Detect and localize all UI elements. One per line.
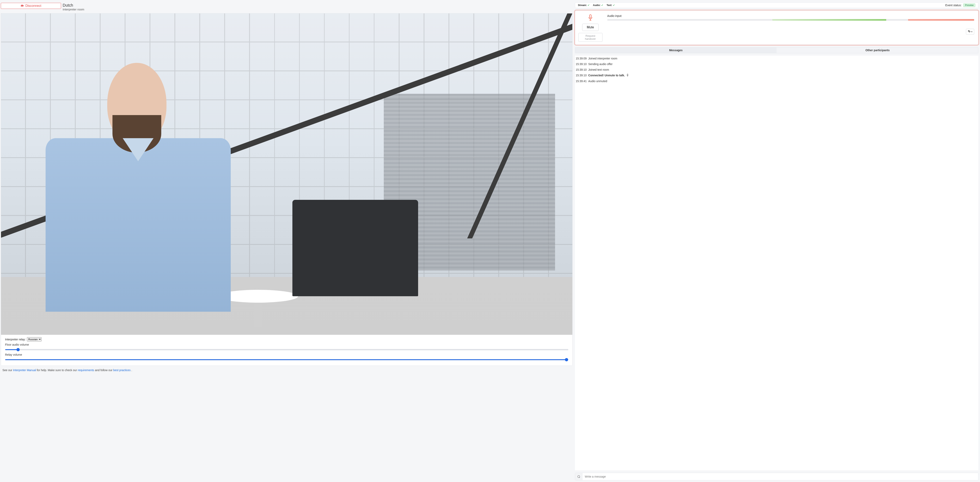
- request-handover-button[interactable]: Request handover: [578, 33, 603, 42]
- gear-icon: [968, 30, 970, 33]
- compose-bar: [575, 473, 978, 480]
- video-scene-placeholder: [1, 13, 572, 335]
- language-title: Dutch: [63, 3, 84, 8]
- audio-input-meter: [607, 19, 974, 21]
- message-text: Audio unmuted: [588, 80, 607, 83]
- message-timestamp: 15:39:09: [576, 57, 587, 60]
- tabs: Messages Other participants: [575, 47, 978, 53]
- check-icon: ✓: [601, 4, 603, 6]
- link-requirements[interactable]: requirements: [78, 369, 94, 372]
- cloud-disconnect-icon: [21, 4, 24, 8]
- status-audio: Audio:✓: [593, 4, 603, 6]
- relay-label: Interpreter relay:: [5, 338, 26, 341]
- relay-volume-label: Relay volume: [5, 353, 568, 356]
- message-timestamp: 15:39:10: [576, 62, 587, 66]
- video-stream[interactable]: [1, 13, 572, 335]
- tab-messages[interactable]: Messages: [575, 48, 777, 53]
- message-row: 15:39:41Audio unmuted: [575, 78, 978, 84]
- relay-row: Interpreter relay: Russian: [5, 337, 568, 341]
- message-text: Sending audio offer: [588, 62, 612, 66]
- message-timestamp: 15:39:10: [576, 68, 587, 71]
- message-row: 15:39:10Sending audio offer: [575, 61, 978, 67]
- disconnect-label: Disconnect: [25, 4, 41, 8]
- svg-rect-0: [590, 15, 591, 18]
- tab-other-participants[interactable]: Other participants: [776, 48, 978, 53]
- audio-input-label: Audio input:: [607, 14, 974, 17]
- microphone-icon: [588, 14, 593, 22]
- microphone-icon: [626, 74, 629, 77]
- status-text: Text:✓: [606, 4, 615, 6]
- messages-pane: 15:39:09Joined interpreter room15:39:10S…: [575, 56, 978, 470]
- help-text: See our Interpreter Manual for help. Mak…: [1, 368, 573, 372]
- check-icon: ✓: [588, 4, 590, 6]
- message-row: 15:39:09Joined interpreter room: [575, 56, 978, 61]
- message-text: Connected! Unmute to talk.: [588, 74, 625, 77]
- message-timestamp: 15:39:10: [576, 74, 587, 77]
- page-title: Dutch Interpreter room: [63, 3, 84, 11]
- check-icon: ✓: [613, 4, 615, 6]
- event-status-label: Event status:: [945, 4, 961, 7]
- message-text: Joined text room: [588, 68, 609, 71]
- message-timestamp: 15:39:41: [576, 80, 587, 83]
- relay-select[interactable]: Russian: [27, 337, 41, 341]
- audio-settings-button[interactable]: ▾: [966, 29, 974, 35]
- link-interpreter-manual[interactable]: Interpreter Manual: [13, 369, 36, 372]
- message-row: 15:39:10Connected! Unmute to talk.: [575, 73, 978, 78]
- status-bar: Stream:✓ Audio:✓ Text:✓ Event status: Pr…: [575, 2, 978, 8]
- message-input[interactable]: [582, 473, 978, 480]
- floor-volume-label: Floor audio volume: [5, 343, 568, 346]
- floor-volume-slider[interactable]: [5, 348, 568, 352]
- svg-rect-3: [627, 74, 628, 75]
- status-badge-preview: Preview: [963, 3, 975, 7]
- disconnect-button[interactable]: Disconnect: [1, 3, 61, 9]
- audio-panel: Mute Request handover Audio input: ▾: [575, 10, 978, 45]
- relay-volume-slider[interactable]: [5, 358, 568, 361]
- chat-icon[interactable]: [575, 473, 582, 480]
- status-stream: Stream:✓: [578, 4, 590, 6]
- video-card: Interpreter relay: Russian Floor audio v…: [1, 13, 573, 366]
- chevron-down-icon: ▾: [971, 31, 972, 33]
- room-subtitle: Interpreter room: [63, 8, 84, 11]
- message-row: 15:39:10Joined text room: [575, 67, 978, 73]
- link-best-practices[interactable]: best practices: [113, 369, 130, 372]
- message-text: Joined interpreter room: [588, 57, 617, 60]
- mute-button[interactable]: Mute: [582, 24, 599, 31]
